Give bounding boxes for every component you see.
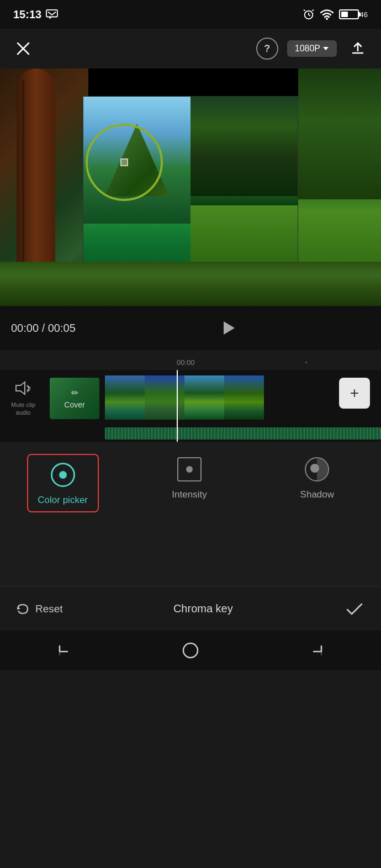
intensity-icon-wrapper xyxy=(175,455,204,484)
nav-recent-icon xyxy=(309,643,326,658)
play-button[interactable] xyxy=(216,316,240,340)
tool-panel: Color picker Intensity Shadow xyxy=(0,442,381,520)
reset-button[interactable]: Reset xyxy=(15,602,63,616)
clip-thumb-2 xyxy=(145,375,184,420)
add-clip-button[interactable]: + xyxy=(339,378,370,409)
reset-label: Reset xyxy=(35,603,63,615)
battery-level: 46 xyxy=(360,10,368,19)
color-picker-icon-wrapper xyxy=(49,461,77,489)
audio-track: Mute clip audio xyxy=(11,381,35,417)
timeline-tracks: Mute clip audio ✏ Cover + xyxy=(0,370,381,442)
tool-shadow[interactable]: Shadow xyxy=(281,455,353,500)
status-bar: 15:13 46 xyxy=(0,0,381,29)
audio-icon[interactable] xyxy=(15,381,31,399)
scene-bottom xyxy=(0,262,381,306)
svg-marker-7 xyxy=(224,321,235,335)
upload-button[interactable] xyxy=(346,36,370,61)
nav-bar xyxy=(0,631,381,670)
svg-point-12 xyxy=(183,643,198,658)
tool-color-picker-label: Color picker xyxy=(38,495,88,506)
svg-marker-8 xyxy=(16,382,25,394)
vf-right xyxy=(190,97,298,278)
cover-label: Cover xyxy=(64,400,84,409)
confirm-icon xyxy=(346,603,363,615)
nav-home-icon xyxy=(182,642,199,659)
status-time-group: 15:13 xyxy=(13,8,58,21)
toolbar-right: ? 1080P xyxy=(256,36,370,61)
clip-thumb-3 xyxy=(184,375,224,420)
resolution-dropdown[interactable]: 1080P xyxy=(287,40,337,57)
svg-line-3 xyxy=(309,15,310,16)
status-icons: 46 xyxy=(303,8,368,20)
nav-recent-button[interactable] xyxy=(304,637,331,664)
ruler-dot-1: • xyxy=(305,359,308,367)
color-picker-crosshair xyxy=(120,158,128,166)
alarm-icon xyxy=(303,8,315,20)
video-preview xyxy=(0,68,381,306)
shadow-icon xyxy=(305,457,329,481)
audio-waveform xyxy=(105,427,381,440)
clip-thumb-1 xyxy=(105,375,145,420)
svg-rect-0 xyxy=(46,10,57,17)
chroma-key-title: Chroma key xyxy=(173,602,233,615)
time-display: 00:00 / 00:05 xyxy=(11,322,76,335)
audio-label: Mute clip audio xyxy=(11,401,35,417)
top-toolbar: ? 1080P xyxy=(0,29,381,68)
playhead xyxy=(177,370,178,442)
cover-track[interactable]: ✏ Cover xyxy=(50,378,99,419)
wifi-icon xyxy=(320,8,334,20)
color-picker-icon xyxy=(51,463,75,487)
marker-0: 00:00 xyxy=(177,358,195,367)
timeline-area: 00:00 / 00:05 xyxy=(0,306,381,350)
close-button[interactable] xyxy=(11,36,35,61)
confirm-button[interactable] xyxy=(343,598,366,620)
bottom-bar: Reset Chroma key xyxy=(0,586,381,631)
nav-home-button[interactable] xyxy=(177,637,204,664)
svg-point-4 xyxy=(326,18,328,20)
color-picker-overlay-circle[interactable] xyxy=(86,124,163,201)
clip-thumb-4 xyxy=(224,375,264,420)
tool-intensity[interactable]: Intensity xyxy=(154,455,225,500)
tool-shadow-label: Shadow xyxy=(300,489,334,500)
battery-icon: 46 xyxy=(339,9,368,19)
current-time: 00:00 xyxy=(11,322,39,334)
nav-back-button[interactable] xyxy=(50,637,77,664)
tool-color-picker[interactable]: Color picker xyxy=(27,454,99,512)
intensity-icon xyxy=(177,457,202,481)
message-icon xyxy=(46,9,58,19)
status-time: 15:13 xyxy=(13,8,41,21)
empty-space xyxy=(0,520,381,586)
timeline-ruler: 00:00 • 00:02 • xyxy=(0,350,381,370)
svg-marker-11 xyxy=(18,606,20,609)
cover-edit-icon: ✏ xyxy=(71,388,78,398)
reset-icon xyxy=(15,602,30,616)
scene-container xyxy=(0,68,381,306)
total-time: 00:05 xyxy=(48,322,76,334)
tool-intensity-label: Intensity xyxy=(172,489,207,500)
shadow-icon-wrapper xyxy=(303,455,331,484)
help-button[interactable]: ? xyxy=(256,38,278,60)
nav-back-icon xyxy=(55,643,72,658)
